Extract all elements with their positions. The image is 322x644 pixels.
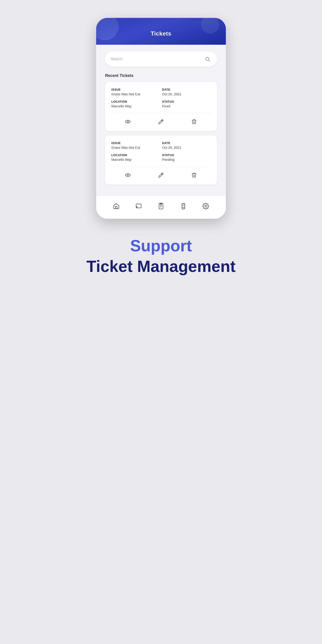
nav-home[interactable]: [110, 200, 122, 212]
location-value-1: Marcello Way: [111, 104, 160, 108]
settings-icon: [202, 203, 209, 210]
svg-point-2: [126, 120, 130, 123]
bottom-nav: [96, 196, 226, 219]
eye-icon-2: [125, 172, 131, 178]
svg-line-1: [209, 60, 210, 62]
chat-icon: [135, 203, 142, 210]
status-field-1: STATUS Fixed: [162, 100, 211, 108]
management-label: Ticket Management: [86, 257, 236, 276]
issue-field-1: ISSUE Grass Was Not Cut: [111, 88, 160, 96]
ticket-actions-1: [111, 113, 211, 126]
home-icon: [113, 203, 120, 210]
issue-field-2: ISSUE Grass Was Not Cut: [111, 141, 160, 149]
nav-ticket[interactable]: [178, 200, 189, 212]
svg-rect-6: [116, 206, 117, 209]
status-field-2: STATUS Pending: [162, 154, 211, 162]
ticket-icon: [180, 203, 187, 210]
support-label: Support: [86, 236, 236, 255]
view-button-1[interactable]: [123, 117, 133, 126]
date-label-1: DATE: [162, 88, 211, 91]
edit-button-2[interactable]: [156, 170, 166, 180]
phone-frame: Tickets Search Recent Tickets ISSUE Gras…: [96, 18, 226, 219]
trash-icon-1: [191, 119, 197, 124]
edit-icon-2: [158, 172, 164, 178]
svg-rect-8: [159, 204, 163, 209]
svg-point-5: [127, 174, 129, 176]
ticket-card-1: ISSUE Grass Was Not Cut DATE Oct 25, 202…: [105, 82, 217, 131]
location-value-2: Marcello Way: [111, 158, 160, 162]
status-value-2: Pending: [162, 158, 211, 162]
location-label-2: LOCATION: [111, 154, 160, 157]
section-heading-recent-tickets: Recent Tickets: [105, 73, 217, 78]
search-svg: [205, 56, 210, 62]
svg-point-3: [127, 121, 129, 122]
svg-point-4: [126, 174, 130, 177]
bottom-text-section: Support Ticket Management: [73, 236, 249, 276]
location-label-1: LOCATION: [111, 100, 160, 103]
nav-settings[interactable]: [200, 200, 212, 212]
view-button-2[interactable]: [123, 170, 133, 180]
tasks-icon: [158, 203, 164, 210]
status-label-2: STATUS: [162, 154, 211, 157]
trash-icon-2: [191, 172, 197, 178]
svg-rect-13: [182, 204, 185, 209]
ticket-fields-2: ISSUE Grass Was Not Cut DATE Oct 25, 202…: [111, 141, 211, 162]
ticket-card-2: ISSUE Grass Was Not Cut DATE Oct 25, 202…: [105, 136, 217, 184]
ticket-fields-1: ISSUE Grass Was Not Cut DATE Oct 25, 202…: [111, 88, 211, 108]
search-bar[interactable]: Search: [105, 52, 217, 67]
app-header: Tickets: [96, 18, 226, 45]
date-value-1: Oct 25, 2021: [162, 92, 211, 96]
date-value-2: Oct 25, 2021: [162, 146, 211, 149]
ticket-actions-2: [111, 166, 211, 180]
nav-chat[interactable]: [133, 200, 144, 212]
issue-label-2: ISSUE: [111, 141, 160, 145]
main-content: Search Recent Tickets ISSUE Grass Was No…: [96, 45, 226, 196]
issue-value-2: Grass Was Not Cut: [111, 146, 160, 149]
issue-label-1: ISSUE: [111, 88, 160, 91]
header-title: Tickets: [151, 30, 172, 37]
delete-button-2[interactable]: [189, 170, 199, 180]
delete-button-1[interactable]: [189, 117, 199, 126]
date-field-2: DATE Oct 25, 2021: [162, 141, 211, 149]
edit-icon-1: [158, 119, 164, 124]
search-input-placeholder: Search: [110, 57, 204, 61]
issue-value-1: Grass Was Not Cut: [111, 92, 160, 96]
status-label-1: STATUS: [162, 100, 211, 103]
date-label-2: DATE: [162, 141, 211, 145]
date-field-1: DATE Oct 25, 2021: [162, 88, 211, 96]
nav-tasks[interactable]: [155, 200, 167, 212]
location-field-1: LOCATION Marcello Way: [111, 100, 160, 108]
edit-button-1[interactable]: [156, 117, 166, 126]
eye-icon-1: [125, 119, 131, 124]
svg-point-0: [206, 57, 209, 60]
search-icon[interactable]: [204, 55, 212, 63]
location-field-2: LOCATION Marcello Way: [111, 154, 160, 162]
svg-point-20: [205, 205, 206, 207]
status-value-1: Fixed: [162, 104, 211, 108]
